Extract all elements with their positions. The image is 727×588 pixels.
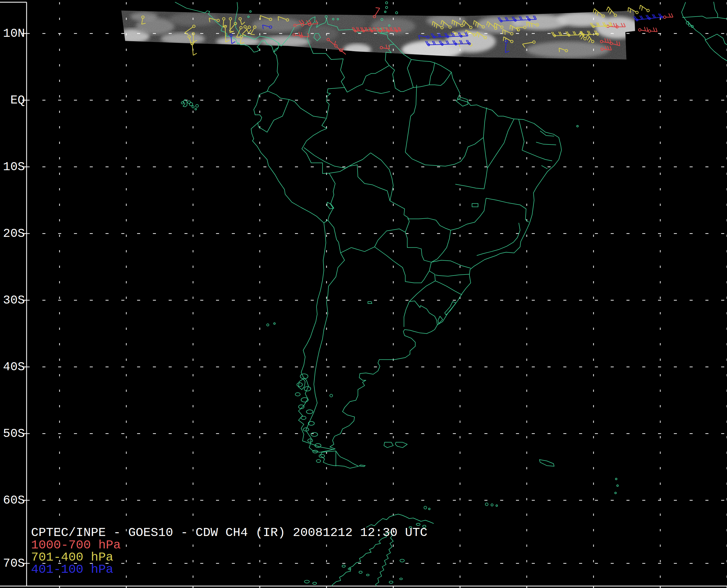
political-border [322, 87, 347, 128]
lat-label: 70S [2, 557, 25, 569]
island-dot [181, 102, 183, 104]
lat-label: 60S [2, 494, 25, 506]
political-border [375, 247, 429, 283]
political-border [714, 2, 718, 18]
island-dot [428, 508, 430, 510]
small-island [316, 460, 321, 462]
political-border [375, 229, 405, 247]
political-border [409, 271, 436, 301]
political-border [267, 91, 289, 99]
legend-level-low: 1000-700 hPa [31, 539, 121, 551]
political-border [431, 260, 470, 268]
lat-label: 30S [2, 294, 25, 306]
island-dot [385, 6, 388, 8]
small-island [319, 454, 325, 458]
political-border [536, 142, 556, 145]
island-dot [330, 394, 332, 397]
legend-level-mid: 701-400 hPa [31, 551, 113, 564]
coastlines-and-borders [175, 2, 727, 586]
antarctic-coastline [376, 532, 393, 586]
wind-barb-chain [633, 14, 663, 21]
political-border [405, 138, 483, 166]
island-dot [192, 106, 194, 108]
legend-level-high: 401-100 hPa [31, 563, 113, 576]
political-border [436, 274, 469, 276]
wind-barb [648, 28, 657, 33]
political-border [431, 230, 450, 262]
political-border [404, 301, 409, 327]
island-dot [617, 485, 619, 486]
small-island [342, 565, 345, 567]
lat-label: 10N [2, 27, 25, 40]
political-border [347, 66, 389, 92]
political-border [705, 34, 727, 52]
wind-barb [639, 27, 648, 31]
small-island [400, 559, 404, 562]
small-island [308, 421, 314, 425]
political-border [486, 198, 529, 222]
antarctic-coastline [331, 532, 390, 586]
political-border [389, 66, 413, 91]
political-border [405, 232, 431, 271]
island-dot [267, 324, 269, 326]
political-border [345, 153, 371, 168]
small-island [301, 416, 306, 419]
political-border [258, 100, 289, 132]
island-dot [491, 504, 493, 506]
political-border [682, 16, 727, 20]
island-or-lake [359, 465, 365, 466]
political-border [429, 72, 451, 85]
island-or-lake [445, 301, 456, 315]
small-island [366, 574, 369, 576]
island-or-lake [384, 442, 393, 447]
weather-map-product: CPTEC/INPE - GOES10 - CDW CH4 (IR) 20081… [0, 0, 727, 588]
island-dot [195, 108, 197, 110]
island-dot [189, 102, 193, 106]
political-border [306, 253, 345, 450]
island-dot [384, 11, 386, 13]
political-border [329, 165, 409, 232]
political-border [405, 85, 417, 152]
coastline [682, 2, 727, 67]
political-border [483, 138, 487, 189]
political-border [409, 301, 437, 325]
small-island [348, 568, 351, 570]
lat-label: 50S [2, 427, 25, 440]
political-border [407, 218, 451, 230]
political-border [519, 120, 524, 150]
lat-label: 10S [2, 161, 25, 173]
political-border [328, 173, 336, 220]
map-frame [0, 2, 727, 588]
political-border [324, 220, 328, 223]
political-border [302, 128, 329, 173]
wind-barb [640, 5, 649, 12]
island-dot [496, 505, 498, 506]
island-dot [274, 323, 275, 324]
political-border [289, 100, 326, 119]
political-border [450, 198, 486, 230]
political-border [487, 119, 514, 168]
political-border [341, 247, 375, 253]
political-border [304, 147, 345, 168]
political-border [483, 108, 487, 138]
lat-label: 40S [2, 361, 25, 373]
island-or-lake [368, 301, 372, 303]
island-dot [688, 24, 691, 26]
lat-label: EQ [2, 94, 25, 106]
small-island [306, 410, 313, 414]
island-dot [196, 104, 198, 107]
island-or-lake [438, 316, 443, 324]
island-dot [577, 125, 578, 127]
small-island [389, 581, 393, 583]
graticule [26, 2, 727, 586]
lat-label: 20S [2, 228, 25, 239]
political-border [455, 184, 484, 189]
island-dot [485, 503, 488, 506]
political-border [413, 85, 429, 88]
small-island [416, 523, 420, 525]
island-dot [424, 506, 427, 509]
island-dot [615, 492, 617, 493]
island-or-lake [472, 204, 478, 207]
political-border [540, 131, 554, 136]
political-border [407, 60, 413, 87]
